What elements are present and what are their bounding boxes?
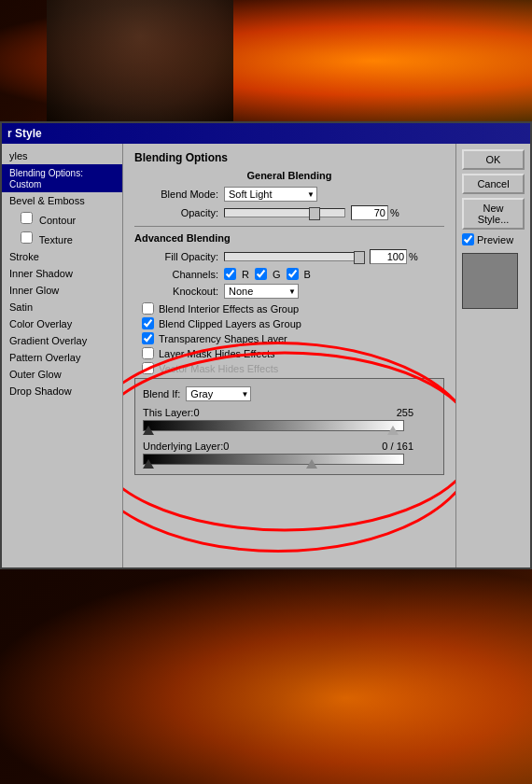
- sidebar-item-inner-shadow[interactable]: Inner Shadow: [2, 265, 122, 282]
- opacity-slider-track[interactable]: [224, 208, 345, 217]
- sidebar-item-drop-shadow[interactable]: Drop Shadow: [2, 383, 122, 399]
- sidebar-item-contour[interactable]: Contour: [2, 209, 122, 229]
- fill-percent: %: [409, 251, 418, 262]
- blend-clipped-label: Blend Clipped Layers as Group: [159, 318, 301, 329]
- underlying-layer-gradient: [143, 454, 404, 465]
- sidebar-item-outer-glow[interactable]: Outer Glow: [2, 366, 122, 383]
- checkbox-vector-mask-hides: Vector Mask Hides Effects: [134, 362, 444, 374]
- blend-mode-dropdown-wrapper: Soft Light Normal Multiply Screen Overla…: [224, 187, 317, 202]
- knockout-label: Knockout:: [134, 286, 218, 297]
- sidebar-item-blending-options[interactable]: Blending Options: Custom: [2, 164, 122, 192]
- texture-checkbox[interactable]: [21, 231, 33, 244]
- knockout-select[interactable]: None Shallow Deep: [224, 284, 299, 299]
- channel-g-label: G: [273, 269, 281, 280]
- knockout-dropdown-wrapper: None Shallow Deep: [224, 284, 299, 299]
- sidebar-item-inner-glow[interactable]: Inner Glow: [2, 282, 122, 299]
- sidebar-item-color-overlay[interactable]: Color Overlay: [2, 315, 122, 332]
- contour-checkbox[interactable]: [21, 212, 33, 224]
- underlying-max: 0 / 161: [382, 441, 413, 452]
- this-layer-thumb-left[interactable]: [143, 426, 154, 435]
- blend-if-section: Blend If: Gray Red Green Blue This Layer…: [134, 378, 444, 475]
- sidebar-item-satin[interactable]: Satin: [2, 299, 122, 315]
- checkbox-blend-clipped: Blend Clipped Layers as Group: [134, 317, 444, 329]
- channel-r-label: R: [242, 269, 249, 280]
- blend-if-dropdown-wrapper: Gray Red Green Blue: [186, 386, 251, 401]
- checkbox-layer-mask-hides: Layer Mask Hides Effects: [134, 347, 444, 359]
- dialog-body: yles Blending Options: Custom Bevel & Em…: [2, 144, 530, 567]
- layer-style-dialog: r Style yles Blending Options: Custom Be…: [0, 121, 532, 569]
- sidebar-item-styles[interactable]: yles: [2, 147, 122, 164]
- preview-label: Preview: [477, 234, 513, 245]
- blend-interior-label: Blend Interior Effects as Group: [159, 303, 299, 315]
- dialog-title: r Style: [7, 127, 42, 140]
- blend-clipped-checkbox[interactable]: [142, 317, 154, 329]
- this-layer-min: 0: [193, 407, 199, 418]
- sidebar-item-bevel-emboss[interactable]: Bevel & Emboss: [2, 192, 122, 209]
- underlying-thumb-right[interactable]: [306, 459, 317, 469]
- underlying-thumb-left[interactable]: [143, 459, 154, 469]
- sub-header-general: General Blending: [134, 170, 444, 181]
- this-layer-thumb-right[interactable]: [387, 426, 399, 435]
- bg-bottom-fire: [0, 569, 532, 784]
- opacity-thumb[interactable]: [309, 207, 320, 220]
- preview-box: [462, 253, 518, 309]
- preview-row: Preview: [462, 233, 525, 245]
- fill-opacity-row: Fill Opacity: %: [134, 249, 444, 264]
- channel-b-checkbox[interactable]: [287, 268, 299, 280]
- opacity-row: Opacity: %: [134, 205, 444, 220]
- blend-interior-checkbox[interactable]: [142, 302, 154, 315]
- channel-g-checkbox[interactable]: [255, 268, 267, 280]
- transparency-shapes-checkbox[interactable]: [142, 332, 154, 344]
- channels-checkboxes: R G B: [224, 268, 311, 280]
- transparency-shapes-label: Transparency Shapes Layer: [159, 333, 287, 344]
- underlying-min: 0: [223, 441, 229, 452]
- main-content: Blending Options General Blending Blend …: [123, 144, 455, 567]
- knockout-row: Knockout: None Shallow Deep: [134, 284, 444, 299]
- underlying-layer-slider[interactable]: [143, 454, 404, 465]
- section-blending-options: Blending Options: [134, 151, 444, 164]
- fill-opacity-thumb[interactable]: [354, 251, 365, 264]
- preview-checkbox[interactable]: [462, 233, 474, 245]
- channel-r-checkbox[interactable]: [224, 268, 236, 280]
- bg-top-fire: [0, 0, 532, 121]
- sidebar-item-texture[interactable]: Texture: [2, 229, 122, 248]
- opacity-input[interactable]: [351, 205, 388, 220]
- underlying-layer-header: Underlying Layer: 0 0 / 161: [143, 441, 413, 452]
- sidebar-item-gradient-overlay[interactable]: Gradient Overlay: [2, 332, 122, 349]
- this-layer-label: This Layer:: [143, 407, 193, 418]
- this-layer-slider[interactable]: [143, 420, 404, 431]
- this-layer-header: This Layer: 0 255: [143, 407, 413, 418]
- underlying-label: Underlying Layer:: [143, 441, 223, 452]
- channels-label: Channels:: [134, 269, 218, 280]
- title-bar: r Style: [2, 123, 530, 144]
- blend-mode-row: Blend Mode: Soft Light Normal Multiply S…: [134, 187, 444, 202]
- opacity-label: Opacity:: [134, 207, 218, 218]
- fill-opacity-slider-track[interactable]: [224, 252, 364, 261]
- opacity-percent: %: [390, 207, 399, 218]
- this-layer-max: 255: [397, 407, 413, 418]
- divider-1: [134, 226, 444, 227]
- blend-if-label: Blend If:: [143, 388, 180, 399]
- layer-mask-checkbox[interactable]: [142, 347, 154, 359]
- ok-button[interactable]: OK: [462, 149, 525, 170]
- new-style-button[interactable]: New Style...: [462, 198, 525, 230]
- blend-if-select[interactable]: Gray Red Green Blue: [186, 386, 251, 401]
- cancel-button[interactable]: Cancel: [462, 174, 525, 194]
- bg-person-silhouette: [47, 0, 233, 121]
- blend-mode-label: Blend Mode:: [134, 189, 218, 200]
- this-layer-gradient: [143, 420, 404, 431]
- sidebar-item-pattern-overlay[interactable]: Pattern Overlay: [2, 349, 122, 366]
- left-panel: yles Blending Options: Custom Bevel & Em…: [2, 144, 123, 567]
- blend-if-row: Blend If: Gray Red Green Blue: [143, 386, 436, 401]
- channels-row: Channels: R G B: [134, 268, 444, 280]
- right-panel: OK Cancel New Style... Preview: [455, 144, 530, 567]
- vector-mask-checkbox[interactable]: [142, 362, 154, 374]
- checkbox-transparency-shapes: Transparency Shapes Layer: [134, 332, 444, 344]
- fill-opacity-input[interactable]: [370, 249, 407, 264]
- this-layer-container: This Layer: 0 255: [143, 407, 436, 431]
- channel-b-label: B: [304, 269, 311, 280]
- vector-mask-label: Vector Mask Hides Effects: [159, 363, 278, 374]
- sidebar-item-stroke[interactable]: Stroke: [2, 248, 122, 265]
- blend-mode-select[interactable]: Soft Light Normal Multiply Screen Overla…: [224, 187, 317, 202]
- fill-opacity-label: Fill Opacity:: [134, 251, 218, 262]
